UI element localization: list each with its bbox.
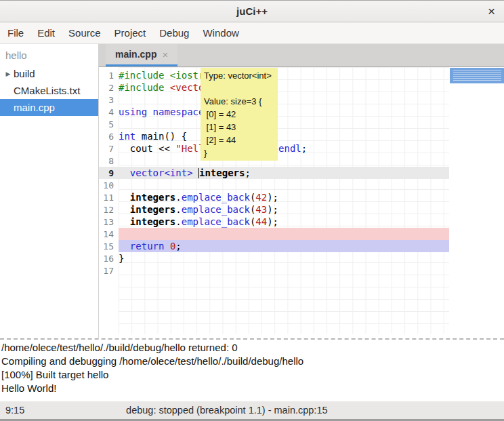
line-number[interactable]: 11: [99, 193, 119, 203]
line-number[interactable]: 14: [99, 229, 119, 239]
code-segment: emplace_back: [182, 216, 250, 227]
code-line[interactable]: vector<int> integers;: [119, 167, 449, 179]
tooltip-line: [204, 82, 274, 95]
line-number[interactable]: 3: [99, 95, 119, 105]
juci-window: juCi++ × FileEditSourceProjectDebugWindo…: [0, 0, 504, 421]
tree-item-cmakelists-txt[interactable]: CMakeLists.txt: [0, 82, 98, 99]
code-line[interactable]: integers.emplace_back(43);: [119, 203, 449, 216]
code-segment: );: [267, 192, 278, 203]
code-segment: .: [175, 204, 181, 215]
code-line[interactable]: [119, 94, 449, 106]
code-segment: ;: [245, 167, 250, 178]
cursor-position: 9:15: [5, 405, 24, 416]
line-number[interactable]: 1: [99, 71, 119, 81]
line-number[interactable]: 16: [99, 254, 119, 264]
terminal-line: Hello World!: [1, 382, 503, 395]
code-segment: [119, 204, 130, 215]
tooltip-line: Value: size=3 {: [204, 95, 274, 108]
code-line[interactable]: #include <vector>: [119, 81, 449, 94]
code-row[interactable]: 12 integers.emplace_back(43);: [99, 203, 449, 216]
menu-item-file[interactable]: File: [1, 24, 30, 42]
line-number[interactable]: 8: [99, 156, 119, 166]
menu-item-source[interactable]: Source: [62, 24, 108, 42]
line-number[interactable]: 17: [99, 266, 119, 276]
code-segment: endl: [278, 143, 301, 154]
code-line[interactable]: integers.emplace_back(42);: [119, 191, 449, 203]
line-number[interactable]: 6: [99, 132, 119, 142]
debug-value-tooltip: Type: vector<int>Value: size=3 { [0] = 4…: [201, 68, 278, 161]
code-segment: 43: [255, 204, 267, 215]
line-number[interactable]: 4: [99, 107, 119, 117]
code-segment: 42: [255, 192, 267, 203]
code-segment: emplace_back: [182, 192, 250, 203]
code-row[interactable]: 10: [99, 179, 449, 191]
code-row[interactable]: 16}: [99, 252, 449, 264]
code-line[interactable]: int main() {: [119, 130, 449, 142]
code-row[interactable]: 11 integers.emplace_back(42);: [99, 191, 449, 203]
tooltip-line: Type: vector<int>: [204, 69, 274, 82]
terminal-line: /home/olece/test/hello/./build/debug/hel…: [1, 341, 503, 355]
tooltip-line: [0] = 42: [204, 108, 274, 121]
code-line[interactable]: [119, 264, 449, 277]
code-row[interactable]: 17: [99, 264, 449, 277]
project-name-label: hello: [0, 44, 98, 65]
line-number[interactable]: 10: [99, 180, 119, 191]
code-segment: vector<int>: [130, 167, 193, 178]
tree-item-label: build: [14, 68, 35, 79]
code-segment: using: [119, 106, 147, 117]
tree-item-build[interactable]: ▶build: [0, 65, 98, 82]
tab-main-cpp[interactable]: main.cpp ×: [106, 44, 177, 66]
minimap[interactable]: [450, 67, 504, 338]
line-number[interactable]: 7: [99, 144, 119, 154]
menu-item-debug[interactable]: Debug: [152, 24, 196, 42]
code-segment: integers: [130, 192, 175, 203]
code-segment: [119, 216, 130, 227]
line-number[interactable]: 15: [99, 241, 119, 252]
code-line[interactable]: [119, 228, 449, 240]
code-row[interactable]: 14: [99, 228, 449, 240]
code-editor[interactable]: 1#include <iostream>2#include <vector>34…: [99, 67, 504, 338]
code-row[interactable]: 15 return 0;: [99, 240, 449, 252]
menu-item-project[interactable]: Project: [108, 24, 153, 42]
code-line[interactable]: using namespace std;: [119, 106, 449, 118]
file-tree-panel: hello ▶buildCMakeLists.txtmain.cpp: [0, 44, 99, 338]
code-segment: 44: [255, 216, 267, 227]
menu-item-edit[interactable]: Edit: [30, 24, 62, 42]
window-title: juCi++: [236, 5, 268, 17]
code-line[interactable]: cout << "Hello World!" << endl;: [119, 142, 449, 155]
tab-close-icon[interactable]: ×: [162, 49, 168, 60]
code-line[interactable]: #include <iostream>: [119, 69, 449, 81]
chevron-right-icon[interactable]: ▶: [3, 71, 14, 77]
tooltip-line: [1] = 43: [204, 121, 274, 134]
code-segment: .: [175, 192, 181, 203]
tree-item-label: CMakeLists.txt: [14, 85, 80, 96]
code-segment: ;: [301, 143, 307, 154]
code-segment: main() {: [135, 131, 187, 142]
line-number[interactable]: 12: [99, 205, 119, 215]
code-line[interactable]: return 0;: [119, 240, 449, 252]
code-line[interactable]: integers.emplace_back(44);: [119, 216, 449, 228]
tree-item-main-cpp[interactable]: main.cpp: [0, 99, 98, 116]
line-number[interactable]: 13: [99, 217, 119, 227]
code-row[interactable]: 9 vector<int> integers;: [99, 167, 449, 179]
code-segment: );: [267, 204, 278, 215]
line-number[interactable]: 5: [99, 119, 119, 129]
code-line[interactable]: [119, 179, 449, 191]
window-close-icon[interactable]: ×: [488, 3, 495, 20]
code-line[interactable]: [119, 118, 449, 130]
code-segment: [164, 241, 169, 252]
code-segment: [119, 192, 130, 203]
line-number[interactable]: 9: [99, 168, 119, 178]
file-tree: ▶buildCMakeLists.txtmain.cpp: [0, 65, 98, 116]
code-line[interactable]: [119, 155, 449, 167]
editor-pane: main.cpp × 1#include <iostream>2#include…: [99, 44, 504, 338]
terminal-output[interactable]: /home/olece/test/hello/./build/debug/hel…: [0, 338, 504, 401]
code-segment: }: [119, 253, 124, 264]
menu-item-window[interactable]: Window: [196, 24, 245, 42]
status-bar: 9:15 debug: stopped (breakpoint 1.1) - m…: [0, 401, 504, 421]
minimap-viewport[interactable]: [450, 68, 504, 83]
tooltip-line: }: [204, 146, 274, 159]
code-line[interactable]: }: [119, 252, 449, 264]
code-row[interactable]: 13 integers.emplace_back(44);: [99, 216, 449, 228]
line-number[interactable]: 2: [99, 83, 119, 93]
